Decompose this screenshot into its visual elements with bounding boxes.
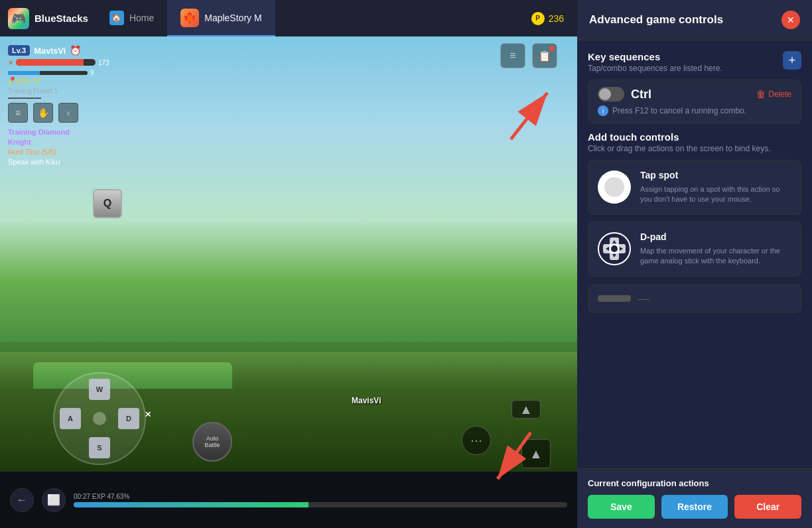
add-key-sequence-button[interactable]: + [783, 51, 801, 70]
game-icon: 🍁 [180, 9, 199, 27]
key-sequences-header: Key sequences Tap/combo sequences are li… [588, 51, 801, 80]
dpad-center [93, 412, 106, 425]
key-sequences-desc: Tap/combo sequences are listed here. [588, 64, 722, 73]
clock-icon: ⏰ [70, 45, 81, 56]
delete-ctrl-button[interactable]: 🗑 Delete [756, 89, 791, 99]
ctrl-label: Ctrl [631, 88, 750, 101]
ctrl-card-row: Ctrl 🗑 Delete [598, 87, 791, 101]
up-arrow-button[interactable]: ▲ [521, 439, 551, 468]
dpad-card[interactable]: D-pad Map the movement of your character… [588, 222, 801, 277]
tab-home[interactable]: 🏠 Home [96, 0, 167, 36]
hp-value: 173 [98, 59, 109, 66]
dpad-card-title: D-pad [640, 231, 791, 242]
skill-q-button[interactable]: Q [93, 189, 122, 218]
home-button[interactable]: ⬜ [42, 488, 66, 512]
trash-icon: 🗑 [756, 89, 766, 99]
dpad-left[interactable]: A [60, 408, 81, 429]
quest-2: Knight [8, 138, 78, 146]
level-badge: Lv.3 [8, 45, 30, 56]
restore-button[interactable]: Restore [661, 495, 728, 519]
svg-point-6 [611, 245, 618, 252]
footer-buttons: Save Restore Clear [588, 495, 801, 519]
add-touch-desc: Click or drag the actions on the screen … [588, 144, 801, 153]
close-dpad[interactable]: ✕ [145, 410, 151, 419]
back-button[interactable]: ← [10, 488, 34, 512]
exp-bar-area: 00:27 EXP 47.63% [74, 493, 567, 507]
app-logo: 🎮 BlueStacks [0, 8, 96, 29]
hud-top-right: ≡ 📋 [500, 43, 557, 68]
char-name: MavisVi [34, 46, 66, 56]
dpad-down[interactable]: S [89, 437, 110, 458]
f12-info-text: Press F12 to cancel a running combo. [612, 106, 746, 115]
coin-area: P 236 [531, 12, 577, 25]
exp-bar [74, 502, 567, 507]
tap-spot-desc: Assign tapping on a spot with this actio… [640, 184, 791, 205]
dpad-up[interactable]: W [89, 379, 110, 400]
ctrl-key-card[interactable]: Ctrl 🗑 Delete i Press F12 to cancel a ru… [588, 80, 801, 123]
quest-1: Training Diamond [8, 128, 78, 136]
dpad-circle: W A D S ✕ [53, 372, 146, 465]
mp-value: 9 [90, 69, 94, 76]
jump-arrow-button[interactable]: ▲ [511, 400, 541, 419]
tab-game[interactable]: 🍁 MapleStory M [167, 0, 275, 36]
dpad-right[interactable]: D [118, 408, 139, 429]
f12-info-line: i Press F12 to cancel a running combo. [598, 105, 791, 116]
quest-4: Speak with Kiku [8, 158, 78, 166]
panel-content: Key sequences Tap/combo sequences are li… [577, 40, 812, 468]
panel-header: Advanced game controls ✕ [577, 0, 812, 40]
bottom-bar: ← ⬜ 00:27 EXP 47.63% [0, 472, 577, 528]
character-label: MavisVi [352, 396, 381, 405]
save-button[interactable]: Save [588, 495, 655, 519]
panel-footer: Current configuration actions Save Resto… [577, 468, 812, 528]
key-sequences-title: Key sequences [588, 51, 722, 62]
tap-spot-title: Tap spot [640, 170, 791, 180]
game-area: 🎮 BlueStacks 🏠 Home 🍁 MapleStory M P 236… [0, 0, 577, 528]
coin-value: 236 [549, 13, 564, 24]
clear-button[interactable]: Clear [734, 495, 801, 519]
menu-icon-btn[interactable]: ≡ [500, 43, 525, 68]
dpad-card-icon [598, 232, 631, 265]
tab-home-label: Home [129, 13, 154, 23]
dpad-card-desc: Map the movement of your character or th… [640, 246, 791, 267]
exp-text: 00:27 EXP 47.63% [74, 493, 567, 500]
auto-battle-button[interactable]: Auto Battle [192, 422, 232, 462]
footer-title: Current configuration actions [588, 478, 801, 488]
tap-spot-card[interactable]: Tap spot Assign tapping on a spot with t… [588, 160, 801, 215]
tap-spot-icon [598, 170, 631, 204]
panel-title: Advanced game controls [589, 13, 723, 27]
more-icon [598, 295, 631, 302]
titlebar: 🎮 BlueStacks 🏠 Home 🍁 MapleStory M P 236 [0, 0, 577, 36]
close-panel-button[interactable]: ✕ [781, 11, 800, 29]
sublocation: Training Forest 1 [8, 88, 78, 95]
coin-icon: P [531, 12, 545, 25]
add-touch-section: Add touch controls Click or drag the act… [588, 131, 801, 277]
toggle-knob [599, 88, 611, 100]
delete-label: Delete [768, 90, 791, 99]
ctrl-toggle[interactable] [598, 87, 624, 101]
home-icon: 🏠 [109, 11, 124, 25]
quest-3: Hunt Tino (5/5) [8, 148, 78, 156]
bluestacks-logo-icon: 🎮 [8, 8, 29, 29]
dpad-control[interactable]: W A D S ✕ [53, 372, 146, 465]
notification-icon-btn[interactable]: 📋 [532, 43, 557, 68]
right-panel: Advanced game controls ✕ Key sequences T… [577, 0, 812, 528]
quest-info: 📍 Ch. 17 Training Forest 1 ≡ ✋ ‹ Trainin… [8, 76, 78, 168]
more-options-button[interactable]: ⋯ [462, 426, 491, 455]
info-icon: i [598, 105, 608, 116]
add-touch-title: Add touch controls [588, 131, 801, 143]
exp-fill [74, 502, 308, 507]
tab-game-label: MapleStory M [204, 13, 261, 23]
more-controls-card[interactable]: — [588, 285, 801, 313]
location-info: 📍 Ch. 17 [8, 76, 78, 85]
nav-icons: ≡ ✋ ‹ [8, 103, 78, 123]
app-name: BlueStacks [34, 13, 88, 24]
game-hud: Lv.3 MavisVi ⏰ ✕ 173 9 ✕ 5 [0, 40, 577, 92]
dash-label: — [638, 292, 649, 306]
key-sequences-section: Key sequences Tap/combo sequences are li… [588, 51, 801, 123]
